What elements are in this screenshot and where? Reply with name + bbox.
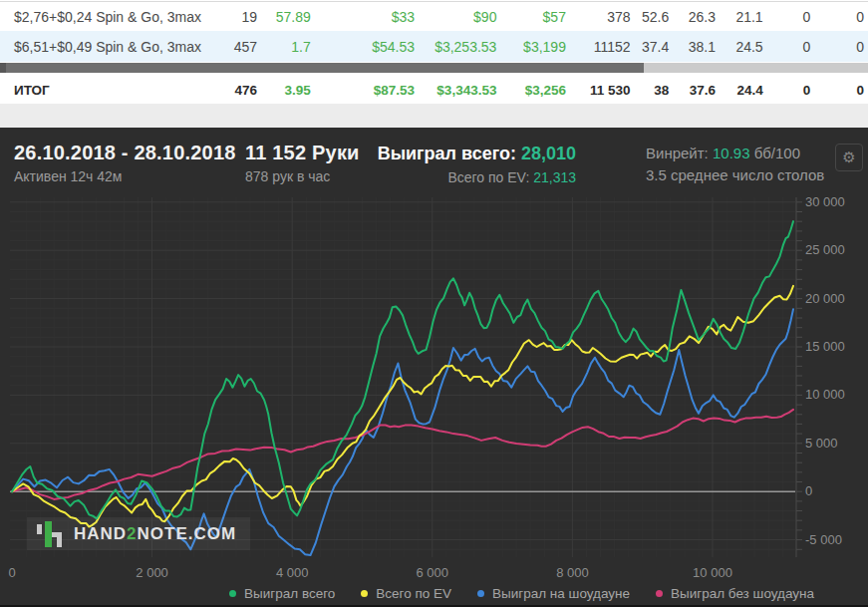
stat-cell: 37.6 <box>677 83 723 98</box>
x-axis-tick-label: 2 000 <box>136 565 168 580</box>
stat-cell: $3,343.53 <box>423 83 504 98</box>
stat-cell: 38 <box>639 83 678 98</box>
table-footer-strip <box>0 104 868 128</box>
y-axis-tick-label: 25 000 <box>805 242 845 257</box>
stat-cell: 0 <box>818 9 868 25</box>
results-table: $2,76+$0,24 Spin & Go, 3max1957.89$33$90… <box>0 0 868 62</box>
stat-cell: 0 <box>771 9 819 25</box>
y-axis-tick-label: 10 000 <box>805 387 845 402</box>
ev-total-value: 21,313 <box>533 169 576 185</box>
chart-legend: Выиграл всегоВсего по EVВыиграл на шоуда… <box>229 586 814 601</box>
stat-cell: $54.53 <box>319 39 423 55</box>
avg-tables: 3.5 среднее число столов <box>646 166 824 183</box>
legend-dot-icon <box>656 590 663 597</box>
stat-cell: $87.53 <box>319 83 423 98</box>
stat-cell: 457 <box>227 39 265 55</box>
stat-cell: 0 <box>771 83 819 98</box>
hand2note-window: $2,76+$0,24 Spin & Go, 3max1957.89$33$90… <box>0 0 868 607</box>
hand2note-mark-icon <box>37 521 63 547</box>
stat-cell: $3,253.53 <box>423 39 504 55</box>
hand2note-logo: HAND2NOTE.COM <box>27 517 250 550</box>
winrate-units: бб/100 <box>754 145 800 161</box>
stat-cell: 37.4 <box>639 39 678 55</box>
x-axis-tick-label: 6 000 <box>417 565 449 580</box>
total-row[interactable]: ИТОГ4763.95$87.53$3,343.53$3,25611 53038… <box>0 76 868 104</box>
stat-cell: 0 <box>818 39 868 55</box>
date-range-block: 26.10.2018 - 28.10.2018 Активен 12ч 42м <box>14 142 236 184</box>
y-axis-tick-label: -5 000 <box>805 532 842 547</box>
results-table-total: ИТОГ4763.95$87.53$3,343.53$3,25611 53038… <box>0 75 868 104</box>
y-axis-tick-label: 30 000 <box>805 194 845 209</box>
stat-cell: $3,199 <box>504 39 574 55</box>
stat-cell: 378 <box>574 9 639 25</box>
stat-cell: 38.1 <box>677 39 723 55</box>
active-time: Активен 12ч 42м <box>14 168 236 184</box>
stat-cell: 11152 <box>574 39 639 55</box>
y-axis-tick-label: 20 000 <box>805 291 845 306</box>
winrate-block: Винрейт: 10.93 бб/100 3.5 среднее число … <box>646 145 824 183</box>
stat-cell: 21.1 <box>723 9 771 25</box>
hand2note-logo-text: HAND2NOTE.COM <box>74 524 236 544</box>
x-axis-tick-label: 4 000 <box>276 565 309 580</box>
stat-cell: $3,256 <box>504 83 574 98</box>
x-axis-tick-label: 10 000 <box>693 565 732 580</box>
legend-dot-icon <box>477 590 484 597</box>
stat-cell: $90 <box>423 9 504 25</box>
stat-cell: 26.3 <box>677 9 723 25</box>
settings-button[interactable]: ⚙ <box>835 144 863 171</box>
table-row[interactable]: $2,76+$0,24 Spin & Go, 3max1957.89$33$90… <box>0 1 868 31</box>
won-total-value: 28,010 <box>521 144 576 163</box>
stake-cell: ИТОГ <box>0 83 227 98</box>
scrollbar-thumb[interactable] <box>6 63 644 73</box>
stat-cell: 3.95 <box>265 83 319 98</box>
winnings-chart: 30 00025 00020 00015 00010 0005 0000-5 0… <box>0 197 868 557</box>
legend-item[interactable]: Выиграл на шоудауне <box>477 586 630 601</box>
legend-dot-icon <box>229 590 236 597</box>
legend-item[interactable]: Всего по EV <box>361 586 451 601</box>
stat-cell: 11 530 <box>574 83 639 98</box>
stake-cell: $6,51+$0,49 Spin & Go, 3max <box>0 39 227 55</box>
legend-item[interactable]: Выиграл всего <box>229 586 335 601</box>
stat-cell: 24.4 <box>723 83 771 98</box>
stat-cell: 52.6 <box>639 9 678 25</box>
legend-label: Выиграл всего <box>244 586 335 601</box>
stat-cell: 0 <box>771 39 819 55</box>
y-axis-tick-label: 5 000 <box>805 436 838 451</box>
horizontal-scrollbar[interactable] <box>0 63 868 73</box>
stake-cell: $2,76+$0,24 Spin & Go, 3max <box>0 9 227 25</box>
table-row[interactable]: $6,51+$0,49 Spin & Go, 3max4571.7$54.53$… <box>0 31 868 62</box>
chart-canvas <box>10 197 807 557</box>
gear-icon: ⚙ <box>842 149 855 165</box>
legend-label: Выиграл на шоудауне <box>492 586 630 601</box>
stat-cell: 0 <box>818 83 868 98</box>
won-total-label: Выиграл всего: <box>378 144 516 163</box>
stat-cell: $57 <box>504 9 574 25</box>
x-axis-tick-label: 8 000 <box>556 565 589 580</box>
legend-label: Выиграл без шоудауна <box>671 586 814 601</box>
winrate-label: Винрейт: <box>646 145 709 161</box>
stat-cell: 476 <box>227 83 265 98</box>
y-axis-tick-label: 0 <box>805 483 812 498</box>
session-panel: 26.10.2018 - 28.10.2018 Активен 12ч 42м … <box>0 128 868 607</box>
date-range: 26.10.2018 - 28.10.2018 <box>14 142 236 164</box>
legend-item[interactable]: Выиграл без шоудауна <box>656 586 814 601</box>
winnings-block: Выиграл всего: 28,010 Всего по EV: 21,31… <box>329 144 576 185</box>
stat-cell: 24.5 <box>723 39 771 55</box>
x-axis-tick-label: 0 <box>8 565 15 580</box>
winrate-value: 10.93 <box>713 145 750 161</box>
stat-cell: 19 <box>227 9 265 25</box>
legend-dot-icon <box>361 590 368 597</box>
y-axis-tick-label: 15 000 <box>805 339 845 354</box>
ev-total-label: Всего по EV: <box>447 169 529 185</box>
legend-label: Всего по EV <box>376 586 451 601</box>
stat-cell: $33 <box>319 9 423 25</box>
stat-cell: 1.7 <box>265 39 319 55</box>
scrollbar-left-cap <box>0 63 6 73</box>
stat-cell: 57.89 <box>265 9 319 25</box>
